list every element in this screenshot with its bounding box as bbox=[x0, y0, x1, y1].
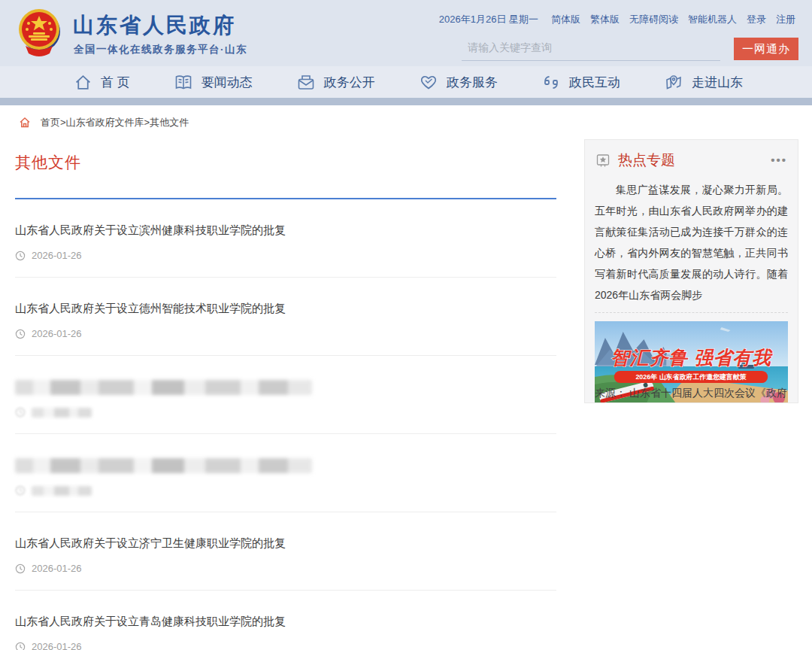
link-accessibility[interactable]: 无障碍阅读 bbox=[629, 13, 678, 26]
nav-item-about[interactable]: 走进山东 bbox=[664, 73, 743, 92]
link-login[interactable]: 登录 bbox=[747, 13, 766, 26]
heart-icon bbox=[419, 73, 438, 92]
clock-icon bbox=[15, 485, 26, 496]
banner-caption: 来源： 山东省十四届人大四次会议《政府工作报告》起草工作专班 bbox=[595, 384, 788, 403]
redacted-document-date bbox=[32, 408, 92, 418]
national-emblem-logo[interactable] bbox=[18, 7, 62, 59]
document-meta bbox=[15, 485, 556, 496]
document-meta: 2026-01-26 bbox=[15, 250, 556, 261]
nav-item-home[interactable]: 首 页 bbox=[74, 73, 130, 92]
document-date: 2026-01-26 bbox=[32, 641, 82, 650]
document-list-panel: 其他文件 山东省人民政府关于设立滨州健康科技职业学院的批复 2026-01-26… bbox=[15, 137, 556, 650]
chat-quotes-icon bbox=[541, 73, 561, 92]
nav-item-services[interactable]: 政务服务 bbox=[419, 73, 498, 92]
search-bar: 一网通办 bbox=[462, 38, 798, 61]
document-link[interactable]: 山东省人民政府关于设立济宁卫生健康职业学院的批复 bbox=[15, 536, 556, 551]
divider-band bbox=[0, 98, 812, 105]
nav-label: 首 页 bbox=[101, 74, 130, 91]
nav-label: 走进山东 bbox=[692, 74, 743, 91]
banner-ribbon-text: 2026年 山东省政府工作邀您建言献策 bbox=[635, 373, 747, 381]
nav-label: 政务服务 bbox=[447, 74, 498, 91]
redacted-document-link[interactable] bbox=[15, 458, 312, 473]
map-pin-icon bbox=[664, 73, 683, 92]
book-icon bbox=[174, 73, 193, 92]
envelope-icon bbox=[296, 73, 316, 92]
current-date: 2026年1月26日 星期一 bbox=[439, 13, 538, 26]
more-button[interactable]: ••• bbox=[771, 157, 787, 163]
nav-label: 要闻动态 bbox=[201, 74, 253, 91]
hot-topics-header: 热点专题 ••• bbox=[585, 140, 798, 175]
document-list-item: 山东省人民政府关于设立青岛健康科技职业学院的批复 2026-01-26 bbox=[15, 591, 556, 650]
link-traditional[interactable]: 繁体版 bbox=[590, 13, 620, 26]
home-icon bbox=[74, 73, 92, 92]
redacted-document-date bbox=[32, 486, 92, 496]
document-list-item: 山东省人民政府关于设立济宁卫生健康职业学院的批复 2026-01-26 bbox=[15, 512, 556, 591]
nav-item-news[interactable]: 要闻动态 bbox=[174, 73, 253, 92]
utility-bar: 2026年1月26日 星期一 简体版 繁体版 无障碍阅读 智能机器人 登录 注册 bbox=[439, 13, 795, 26]
document-date: 2026-01-26 bbox=[32, 250, 82, 261]
main-nav: 首 页 要闻动态 政务公开 政务服务 政民互动 bbox=[0, 66, 812, 98]
clock-icon bbox=[15, 329, 26, 339]
dashed-divider bbox=[595, 312, 788, 313]
breadcrumb: 首页>山东省政府文件库>其他文件 bbox=[0, 105, 812, 137]
banner-headline: 智汇齐鲁 强省有我 bbox=[611, 347, 773, 368]
site-subtitle: 全国一体化在线政务服务平台·山东 bbox=[74, 43, 247, 56]
nav-label: 政务公开 bbox=[324, 74, 375, 91]
home-icon bbox=[19, 117, 31, 129]
nav-label: 政民互动 bbox=[569, 74, 620, 91]
document-link[interactable]: 山东省人民政府关于设立青岛健康科技职业学院的批复 bbox=[15, 615, 556, 629]
document-meta: 2026-01-26 bbox=[15, 641, 556, 650]
clock-icon bbox=[15, 642, 26, 650]
clock-icon bbox=[15, 407, 26, 418]
clock-icon bbox=[15, 251, 26, 261]
star-badge-icon bbox=[595, 153, 611, 168]
link-register[interactable]: 注册 bbox=[776, 13, 795, 26]
document-list-item-redacted bbox=[15, 356, 556, 434]
document-list-item: 山东省人民政府关于设立德州智能技术职业学院的批复 2026-01-26 bbox=[15, 278, 556, 356]
nav-item-disclosure[interactable]: 政务公开 bbox=[296, 73, 375, 92]
document-date: 2026-01-26 bbox=[32, 328, 82, 339]
page-title: 其他文件 bbox=[15, 152, 556, 173]
link-simplified[interactable]: 简体版 bbox=[551, 13, 580, 26]
content-area: 其他文件 山东省人民政府关于设立滨州健康科技职业学院的批复 2026-01-26… bbox=[0, 137, 812, 650]
search-input[interactable] bbox=[462, 38, 720, 61]
yiwangtongban-button[interactable]: 一网通办 bbox=[734, 38, 798, 60]
topic-summary-text: 集思广益谋发展，凝心聚力开新局。五年时光，由山东省人民政府网举办的建言献策征集活… bbox=[585, 175, 798, 305]
site-header: 山东省人民政府 全国一体化在线政务服务平台·山东 2026年1月26日 星期一 … bbox=[0, 0, 812, 66]
hot-topics-panel: 热点专题 ••• 集思广益谋发展，凝心聚力开新局。五年时光，由山东省人民政府网举… bbox=[584, 139, 798, 403]
site-title: 山东省人民政府 bbox=[73, 11, 236, 40]
document-list-item-redacted bbox=[15, 434, 556, 512]
document-date: 2026-01-26 bbox=[32, 563, 82, 574]
document-meta: 2026-01-26 bbox=[15, 328, 556, 339]
document-list-item: 山东省人民政府关于设立滨州健康科技职业学院的批复 2026-01-26 bbox=[15, 199, 556, 278]
redacted-document-link[interactable] bbox=[15, 380, 312, 395]
clock-icon bbox=[15, 563, 26, 574]
breadcrumb-links[interactable]: 首页>山东省政府文件库>其他文件 bbox=[41, 116, 189, 129]
nav-item-interaction[interactable]: 政民互动 bbox=[541, 73, 620, 92]
document-link[interactable]: 山东省人民政府关于设立滨州健康科技职业学院的批复 bbox=[15, 223, 556, 238]
document-link[interactable]: 山东省人民政府关于设立德州智能技术职业学院的批复 bbox=[15, 302, 556, 316]
link-robot[interactable]: 智能机器人 bbox=[688, 13, 737, 26]
document-meta bbox=[15, 407, 556, 418]
document-meta: 2026-01-26 bbox=[15, 563, 556, 574]
hot-topics-title: 热点专题 bbox=[618, 150, 771, 170]
